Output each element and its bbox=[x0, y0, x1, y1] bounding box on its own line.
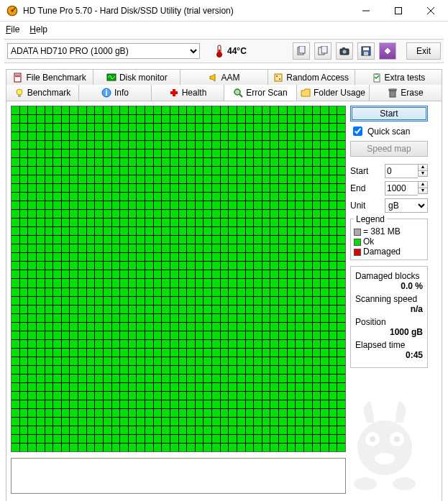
monitor-icon bbox=[106, 73, 116, 83]
end-label: End bbox=[350, 183, 365, 193]
end-input[interactable] bbox=[385, 181, 418, 196]
svg-rect-20 bbox=[15, 75, 20, 75]
app-icon bbox=[6, 4, 19, 17]
svg-line-35 bbox=[239, 94, 242, 97]
svg-rect-21 bbox=[15, 76, 20, 77]
magnifier-icon bbox=[233, 88, 243, 98]
file-icon bbox=[13, 73, 23, 83]
health-icon bbox=[169, 88, 179, 98]
damaged-blocks-label: Damaged blocks bbox=[355, 271, 423, 281]
close-button[interactable] bbox=[414, 1, 447, 21]
svg-rect-18 bbox=[364, 52, 368, 55]
svg-point-24 bbox=[276, 75, 278, 77]
menu-file[interactable]: File bbox=[6, 24, 19, 35]
stats-box: Damaged blocks 0.0 % Scanning speed n/a … bbox=[350, 266, 428, 368]
options-button[interactable] bbox=[379, 42, 396, 60]
elapsed-time-value: 0:45 bbox=[355, 350, 423, 360]
copy-screenshot-button[interactable] bbox=[314, 42, 332, 60]
tab-file-benchmark[interactable]: File Benchmark bbox=[6, 69, 93, 85]
position-label: Position bbox=[355, 317, 423, 327]
maximize-button[interactable] bbox=[382, 1, 414, 21]
elapsed-time-label: Elapsed time bbox=[355, 340, 423, 350]
exit-button[interactable]: Exit bbox=[406, 42, 441, 60]
tab-erase[interactable]: Erase bbox=[370, 85, 442, 101]
svg-rect-36 bbox=[390, 91, 396, 97]
speaker-icon bbox=[209, 73, 219, 83]
message-box bbox=[11, 458, 346, 494]
save-button[interactable] bbox=[357, 42, 375, 60]
info-icon: i bbox=[101, 88, 111, 98]
tab-info[interactable]: iInfo bbox=[79, 85, 152, 101]
unit-select[interactable]: gB bbox=[385, 198, 428, 213]
svg-point-14 bbox=[343, 50, 347, 54]
screenshot-button[interactable] bbox=[336, 42, 353, 60]
title-bar: HD Tune Pro 5.70 - Hard Disk/SSD Utility… bbox=[0, 0, 448, 22]
tab-folder-usage[interactable]: Folder Usage bbox=[297, 85, 370, 101]
legend-block-icon bbox=[354, 229, 361, 236]
end-spinner[interactable]: ▲▼ bbox=[418, 181, 428, 196]
window-title: HD Tune Pro 5.70 - Hard Disk/SSD Utility… bbox=[23, 6, 349, 16]
drive-select[interactable]: ADATA HD710 PRO (1000 gB) bbox=[7, 43, 200, 59]
svg-rect-27 bbox=[375, 73, 378, 75]
scanning-speed-value: n/a bbox=[355, 304, 423, 314]
svg-rect-23 bbox=[275, 74, 282, 81]
speed-map-button[interactable]: Speed map bbox=[350, 141, 428, 157]
svg-rect-15 bbox=[342, 47, 345, 50]
folder-icon bbox=[301, 88, 311, 98]
temperature-value: 44°C bbox=[227, 46, 247, 56]
menu-help[interactable]: Help bbox=[29, 24, 47, 35]
tab-content: Start Quick scan Speed map Start ▲▼ End … bbox=[6, 101, 442, 501]
scanning-speed-label: Scanning speed bbox=[355, 294, 423, 304]
svg-rect-33 bbox=[170, 91, 178, 94]
toolbar: ADATA HD710 PRO (1000 gB) 44°C Exit bbox=[4, 39, 444, 63]
minimize-button[interactable] bbox=[349, 1, 382, 21]
tab-benchmark[interactable]: Benchmark bbox=[6, 85, 79, 101]
temperature-display: 44°C bbox=[214, 44, 247, 58]
svg-point-28 bbox=[17, 89, 22, 95]
svg-rect-8 bbox=[219, 50, 220, 55]
damaged-blocks-value: 0.0 % bbox=[355, 281, 423, 291]
menu-bar: File Help bbox=[0, 22, 448, 37]
svg-rect-17 bbox=[363, 47, 369, 50]
tab-aam[interactable]: AAM bbox=[180, 69, 268, 85]
tab-disk-monitor[interactable]: Disk monitor bbox=[93, 69, 180, 85]
quick-scan-checkbox[interactable]: Quick scan bbox=[350, 124, 428, 138]
bulb-icon bbox=[14, 88, 24, 98]
start-button[interactable]: Start bbox=[350, 106, 428, 121]
svg-text:i: i bbox=[105, 88, 107, 98]
unit-label: Unit bbox=[350, 201, 365, 211]
svg-point-34 bbox=[234, 89, 240, 95]
svg-rect-3 bbox=[395, 7, 401, 14]
scan-grid bbox=[11, 106, 346, 452]
svg-rect-29 bbox=[18, 95, 21, 97]
start-spinner[interactable]: ▲▼ bbox=[418, 164, 428, 178]
position-value: 1000 gB bbox=[355, 327, 423, 337]
clipboard-icon bbox=[372, 73, 382, 83]
tab-health[interactable]: Health bbox=[152, 85, 224, 101]
tab-extra-tests[interactable]: Extra tests bbox=[355, 69, 442, 85]
svg-point-25 bbox=[279, 78, 280, 80]
tab-random-access[interactable]: Random Access bbox=[268, 69, 355, 85]
start-input[interactable] bbox=[385, 164, 418, 178]
legend-damaged-icon bbox=[354, 249, 361, 256]
side-panel: Start Quick scan Speed map Start ▲▼ End … bbox=[350, 106, 428, 497]
svg-rect-19 bbox=[14, 73, 21, 82]
svg-rect-12 bbox=[321, 46, 327, 53]
start-label: Start bbox=[350, 166, 368, 176]
thermometer-icon bbox=[214, 44, 224, 58]
legend-ok-icon bbox=[354, 239, 361, 246]
svg-rect-10 bbox=[299, 46, 305, 53]
random-icon bbox=[273, 73, 283, 83]
svg-rect-37 bbox=[389, 89, 396, 91]
tab-error-scan[interactable]: Error Scan bbox=[224, 85, 297, 101]
copy-info-button[interactable] bbox=[293, 42, 310, 60]
trash-icon bbox=[388, 88, 398, 98]
svg-point-1 bbox=[11, 9, 13, 12]
legend-box: Legend = 381 MB Ok Damaged bbox=[350, 219, 428, 260]
